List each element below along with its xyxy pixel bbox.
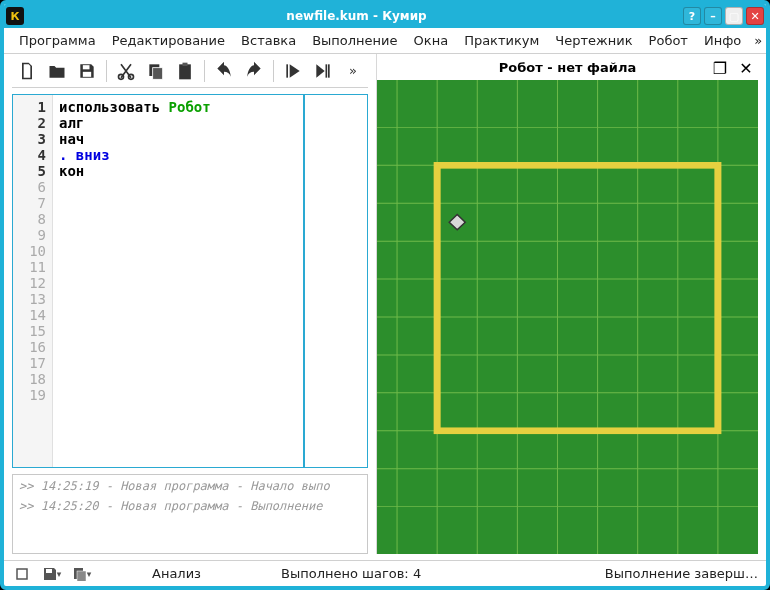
open-file-button[interactable] <box>42 56 72 86</box>
svg-rect-8 <box>287 64 289 77</box>
svg-rect-34 <box>46 569 52 573</box>
svg-rect-33 <box>17 569 27 579</box>
status-state: Выполнение заверш… <box>605 566 758 581</box>
undo-button[interactable] <box>209 56 239 86</box>
robot-panel: Робот - нет файла ❐ ✕ <box>376 54 758 554</box>
minimize-button[interactable]: – <box>704 7 722 25</box>
code-area[interactable]: использовать Роботалгнач. внизкон <box>53 95 367 467</box>
toolbar-overflow[interactable]: » <box>338 56 368 86</box>
status-bar: ▾ ▾ Анализ Выполнено шагов: 4 Выполнение… <box>4 560 766 586</box>
menu-insert[interactable]: Вставка <box>234 31 303 50</box>
app-icon: К <box>6 7 24 25</box>
save-file-button[interactable] <box>72 56 102 86</box>
menu-edit[interactable]: Редактирование <box>105 31 232 50</box>
menu-info[interactable]: Инфо <box>697 31 748 50</box>
svg-rect-6 <box>180 64 192 79</box>
close-button[interactable]: ✕ <box>746 7 764 25</box>
app-window: К newfile.kum - Кумир ? – ▢ ✕ Программа … <box>0 0 770 590</box>
status-analysis: Анализ <box>152 566 201 581</box>
main-toolbar: » <box>12 54 368 88</box>
step-button[interactable] <box>308 56 338 86</box>
menu-bar: Программа Редактирование Вставка Выполне… <box>4 28 766 54</box>
run-button[interactable] <box>278 56 308 86</box>
status-save-icon[interactable]: ▾ <box>42 564 62 584</box>
svg-rect-1 <box>83 71 91 76</box>
svg-rect-0 <box>83 65 90 69</box>
titlebar: К newfile.kum - Кумир ? – ▢ ✕ <box>4 4 766 28</box>
menu-practicum[interactable]: Практикум <box>457 31 546 50</box>
panel-popout-icon[interactable]: ❐ <box>710 58 730 78</box>
panel-close-icon[interactable]: ✕ <box>736 58 756 78</box>
svg-rect-5 <box>152 67 162 79</box>
svg-rect-10 <box>328 64 330 77</box>
console-line: >> 14:25:20 - Новая программа - Выполнен… <box>19 499 361 513</box>
svg-rect-9 <box>326 64 328 77</box>
line-gutter: 12345678910111213141516171819 <box>13 95 53 467</box>
menu-program[interactable]: Программа <box>12 31 103 50</box>
window-title: newfile.kum - Кумир <box>30 9 683 23</box>
svg-rect-7 <box>183 62 188 65</box>
menu-overflow[interactable]: » <box>750 33 766 48</box>
robot-field[interactable] <box>377 80 758 554</box>
robot-panel-header: Робот - нет файла ❐ ✕ <box>377 54 758 80</box>
menu-robot[interactable]: Робот <box>642 31 695 50</box>
menu-windows[interactable]: Окна <box>407 31 456 50</box>
code-editor[interactable]: 12345678910111213141516171819 использова… <box>12 94 368 468</box>
console-output[interactable]: >> 14:25:19 - Новая программа - Начало в… <box>12 474 368 554</box>
console-line: >> 14:25:19 - Новая программа - Начало в… <box>19 479 361 493</box>
maximize-button[interactable]: ▢ <box>725 7 743 25</box>
svg-rect-36 <box>77 571 86 581</box>
menu-draftsman[interactable]: Чертежник <box>548 31 639 50</box>
menu-run[interactable]: Выполнение <box>305 31 404 50</box>
cut-button[interactable] <box>111 56 141 86</box>
editor-margin-line <box>303 95 305 467</box>
copy-button[interactable] <box>141 56 171 86</box>
paste-button[interactable] <box>171 56 201 86</box>
robot-panel-title: Робот - нет файла <box>499 60 636 75</box>
status-copy-icon[interactable]: ▾ <box>72 564 92 584</box>
redo-button[interactable] <box>239 56 269 86</box>
status-stop-icon[interactable] <box>12 564 32 584</box>
help-button[interactable]: ? <box>683 7 701 25</box>
status-steps: Выполнено шагов: 4 <box>281 566 421 581</box>
new-file-button[interactable] <box>12 56 42 86</box>
